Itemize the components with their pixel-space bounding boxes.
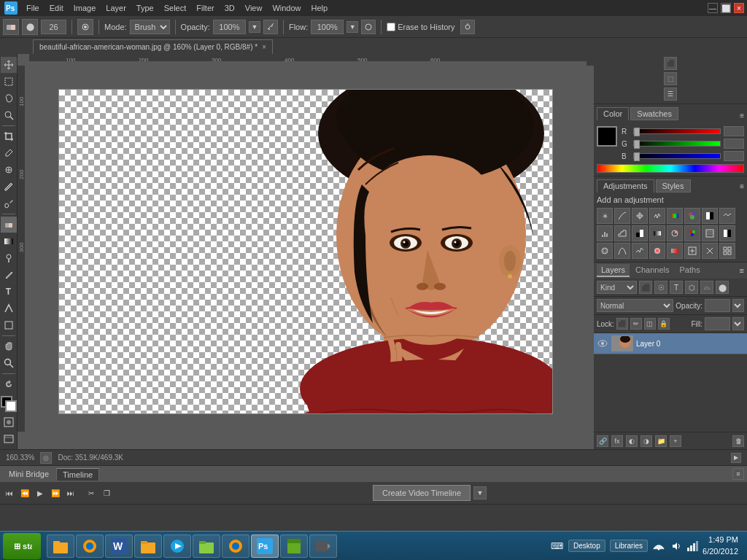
r-slider-thumb[interactable] [634, 128, 640, 136]
status-arrow-btn[interactable]: ▶ [731, 453, 741, 463]
gradient-tool[interactable] [1, 233, 17, 249]
move-tool[interactable] [1, 57, 17, 73]
quick-mask-btn[interactable] [1, 414, 17, 430]
brush-size-input[interactable] [41, 20, 66, 34]
adj-levels[interactable] [597, 225, 613, 241]
adj-smart-filter[interactable] [597, 243, 613, 259]
adj-vibrance2[interactable] [649, 243, 665, 259]
swatches-tab[interactable]: Swatches [630, 107, 678, 120]
new-group-btn[interactable]: 📁 [655, 435, 667, 447]
color-tab[interactable]: Color [597, 107, 629, 120]
b-slider-track[interactable] [633, 153, 721, 159]
quick-select-tool[interactable] [1, 107, 17, 123]
new-layer-btn[interactable]: + [670, 435, 681, 447]
crop-tool[interactable] [1, 128, 17, 144]
taskbar-notepad[interactable] [280, 534, 308, 558]
brush-tool[interactable] [1, 179, 17, 195]
styles-tab[interactable]: Styles [656, 179, 691, 192]
pen-tool[interactable] [1, 267, 17, 283]
new-fill-layer-btn[interactable]: ◑ [640, 435, 652, 447]
g-value-input[interactable]: 0 [724, 139, 744, 149]
taskbar-folder2[interactable] [193, 534, 220, 558]
taskbar-word[interactable]: W [105, 534, 133, 558]
menu-image[interactable]: Image [69, 2, 101, 14]
lock-position-btn[interactable]: ✏ [630, 318, 642, 330]
tablet-pressure-icon[interactable] [460, 20, 475, 34]
layers-tab[interactable]: Layers [597, 264, 630, 277]
color-panel-menu[interactable]: ≡ [740, 112, 744, 120]
opacity-value-input[interactable]: 100% [705, 299, 730, 312]
fill-value-input[interactable]: 100% [705, 317, 730, 330]
create-timeline-btn[interactable]: Create Video Timeline [373, 485, 471, 501]
brush-options-icon[interactable] [77, 19, 93, 35]
mini-bridge-tab[interactable]: Mini Bridge [3, 468, 55, 480]
tl-last-btn[interactable]: ⏭ [64, 486, 77, 499]
blend-mode-select[interactable]: Normal [597, 299, 673, 312]
close-button[interactable]: × [734, 3, 744, 13]
taskbar-photoshop-active[interactable]: Ps [251, 534, 279, 558]
adj-extra2[interactable] [702, 243, 718, 259]
taskbar-desktop-btn[interactable]: Desktop [568, 540, 605, 552]
layer-filter-shape[interactable]: ⬡ [685, 281, 698, 294]
color-spectrum[interactable] [597, 164, 744, 173]
screen-mode-btn[interactable] [1, 431, 17, 447]
rotate-view-tool[interactable] [1, 376, 17, 392]
b-value-input[interactable]: 0 [724, 151, 744, 161]
adj-highlights[interactable] [632, 243, 648, 259]
layer-style-btn[interactable]: fx [611, 435, 623, 447]
tab-close-btn[interactable]: × [262, 43, 266, 51]
background-color[interactable] [5, 400, 17, 412]
mode-select[interactable]: Brush [130, 20, 170, 34]
adj-channel-mixer[interactable] [684, 225, 700, 241]
lock-artboards-btn[interactable]: ◫ [644, 318, 656, 330]
opacity-arrow[interactable]: ▼ [249, 21, 260, 33]
tl-prev-btn[interactable]: ⏪ [18, 486, 31, 499]
taskbar-media[interactable] [163, 534, 191, 558]
layer-filter-smart[interactable]: ⌓ [700, 281, 713, 294]
volume-icon[interactable] [670, 540, 683, 553]
channels-tab[interactable]: Channels [631, 264, 673, 277]
adj-photo-filter[interactable] [719, 208, 735, 224]
adj-selective-color[interactable] [667, 225, 683, 241]
lasso-tool[interactable] [1, 90, 17, 106]
menu-layer[interactable]: Layer [101, 2, 131, 14]
panel-icon-1[interactable]: ⬛ [664, 57, 677, 70]
taskbar-libraries-btn[interactable]: Libraries [610, 540, 648, 552]
adj-curves[interactable] [614, 208, 630, 224]
color-swatch-display[interactable] [597, 126, 617, 147]
adj-color-lookup[interactable] [702, 225, 718, 241]
taskbar-video[interactable] [309, 534, 337, 558]
adj-invert[interactable] [719, 225, 735, 241]
layer-filter-adj[interactable]: ☉ [654, 281, 667, 294]
adj-extra3[interactable] [719, 243, 735, 259]
timeline-tab[interactable]: Timeline [56, 468, 99, 481]
bottom-panel-menu[interactable]: ≡ [732, 468, 744, 480]
taskbar-clock[interactable]: 1:49 PM 6/20/2012 [703, 534, 738, 557]
menu-select[interactable]: Select [160, 2, 191, 14]
layer-filter-pixel[interactable]: ⬛ [639, 281, 652, 294]
tl-play-btn[interactable]: ▶ [34, 486, 47, 499]
paths-tab[interactable]: Paths [676, 264, 705, 277]
layers-panel-menu[interactable]: ≡ [740, 266, 744, 275]
b-slider-thumb[interactable] [634, 152, 640, 161]
r-value-input[interactable]: 0 [724, 126, 744, 136]
selection-tool[interactable] [1, 74, 17, 90]
erase-to-history-checkbox[interactable] [387, 23, 395, 31]
airbrush-icon[interactable] [263, 20, 278, 34]
adjustments-tab[interactable]: Adjustments [597, 179, 654, 192]
tl-first-btn[interactable]: ⏮ [3, 486, 16, 499]
menu-window[interactable]: Window [268, 2, 305, 14]
layer-item-0[interactable]: Layer 0 [594, 333, 747, 354]
panel-icon-2[interactable]: ⬚ [664, 72, 677, 85]
type-tool[interactable]: T [1, 284, 17, 300]
link-layers-btn[interactable]: 🔗 [597, 435, 608, 447]
adj-gradient-map[interactable] [649, 225, 665, 241]
canvas-container[interactable] [25, 61, 587, 442]
menu-3d[interactable]: 3D [220, 2, 239, 14]
opacity-unit-select[interactable]: % [732, 299, 744, 312]
panel-icon-3[interactable]: ☰ [664, 88, 677, 101]
menu-view[interactable]: View [241, 2, 267, 14]
healing-brush-tool[interactable] [1, 162, 17, 178]
adj-extra1[interactable] [684, 243, 700, 259]
tl-copy-btn[interactable]: ❐ [100, 486, 113, 499]
